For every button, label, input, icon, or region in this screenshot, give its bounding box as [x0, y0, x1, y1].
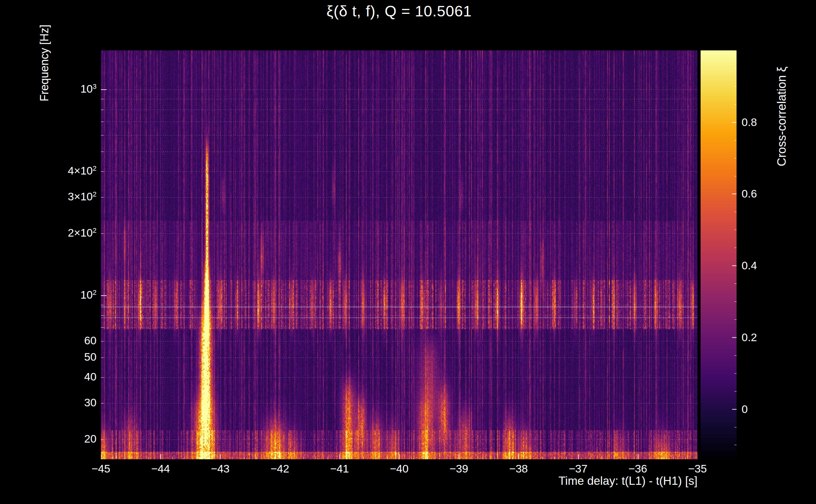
colorbar-tick-label: 0.8 [742, 116, 757, 129]
y-tick-label: 20 [0, 432, 96, 445]
colorbar-title: Cross-correlation ξ [775, 66, 789, 166]
y-tick-label: 2×102 [0, 226, 96, 239]
colorbar-tick-label: 0 [742, 403, 748, 415]
x-tick-label: −45 [79, 462, 123, 475]
x-tick-label: −38 [496, 462, 540, 475]
y-tick-label: 60 [0, 334, 96, 347]
colorbar-tick-label: 0.6 [742, 187, 757, 200]
x-tick-label: −36 [616, 462, 660, 475]
x-tick-label: −41 [318, 462, 362, 475]
x-tick-label: −40 [377, 462, 421, 475]
x-tick-label: −43 [198, 462, 242, 475]
figure: ξ(δ t, f), Q = 10.5061 Frequency [Hz] Cr… [0, 0, 816, 504]
y-tick-label: 30 [0, 396, 96, 409]
y-tick-label: 103 [0, 83, 96, 95]
x-tick-label: −39 [437, 462, 481, 475]
y-tick-label: 102 [0, 289, 96, 301]
colorbar [701, 50, 737, 459]
x-tick-label: −44 [138, 462, 182, 475]
x-axis-title: Time delay: t(L1) - t(H1) [s] [382, 474, 698, 488]
chart-title: ξ(δ t, f), Q = 10.5061 [101, 3, 698, 20]
x-tick-label: −35 [675, 462, 720, 475]
x-tick-label: −42 [258, 462, 302, 475]
y-tick-label: 4×102 [0, 164, 96, 177]
y-tick-label: 3×102 [0, 190, 96, 203]
heatmap-canvas [101, 50, 698, 459]
y-tick-label: 40 [0, 370, 96, 383]
colorbar-tick-label: 0.2 [742, 331, 757, 344]
colorbar-tick-label: 0.4 [742, 259, 757, 272]
y-tick-label: 50 [0, 351, 96, 363]
x-tick-label: −37 [556, 462, 600, 475]
